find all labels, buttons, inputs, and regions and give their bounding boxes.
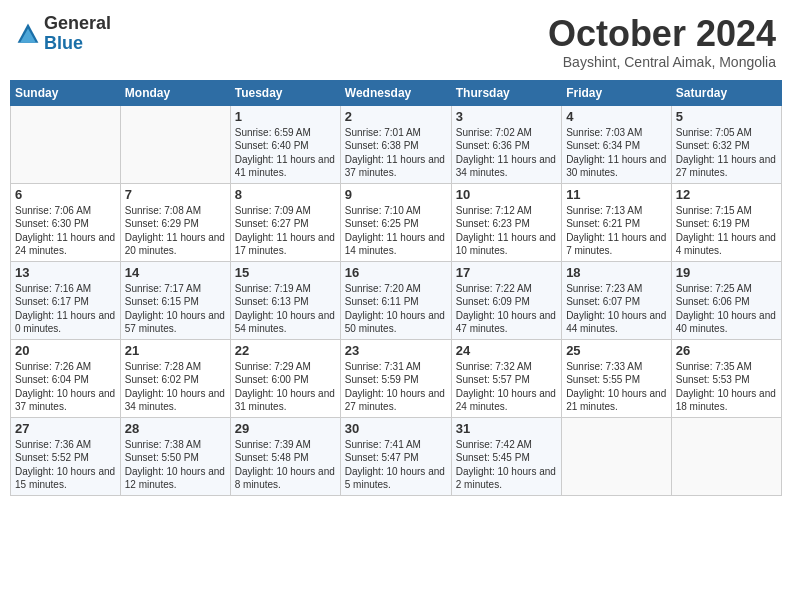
- calendar-cell: 20Sunrise: 7:26 AM Sunset: 6:04 PM Dayli…: [11, 339, 121, 417]
- day-number: 10: [456, 187, 557, 202]
- day-number: 30: [345, 421, 447, 436]
- calendar-cell: 25Sunrise: 7:33 AM Sunset: 5:55 PM Dayli…: [562, 339, 672, 417]
- calendar-cell: 6Sunrise: 7:06 AM Sunset: 6:30 PM Daylig…: [11, 183, 121, 261]
- day-number: 14: [125, 265, 226, 280]
- day-number: 4: [566, 109, 667, 124]
- calendar-cell: 12Sunrise: 7:15 AM Sunset: 6:19 PM Dayli…: [671, 183, 781, 261]
- day-info: Sunrise: 6:59 AM Sunset: 6:40 PM Dayligh…: [235, 126, 336, 180]
- weekday-header-sunday: Sunday: [11, 80, 121, 105]
- calendar-cell: 26Sunrise: 7:35 AM Sunset: 5:53 PM Dayli…: [671, 339, 781, 417]
- calendar-cell: 5Sunrise: 7:05 AM Sunset: 6:32 PM Daylig…: [671, 105, 781, 183]
- day-info: Sunrise: 7:06 AM Sunset: 6:30 PM Dayligh…: [15, 204, 116, 258]
- calendar-cell: [11, 105, 121, 183]
- day-number: 9: [345, 187, 447, 202]
- day-number: 7: [125, 187, 226, 202]
- day-number: 15: [235, 265, 336, 280]
- calendar-cell: 4Sunrise: 7:03 AM Sunset: 6:34 PM Daylig…: [562, 105, 672, 183]
- day-info: Sunrise: 7:32 AM Sunset: 5:57 PM Dayligh…: [456, 360, 557, 414]
- calendar-week-row: 20Sunrise: 7:26 AM Sunset: 6:04 PM Dayli…: [11, 339, 782, 417]
- logo-icon: [16, 22, 40, 46]
- day-number: 24: [456, 343, 557, 358]
- calendar-cell: [120, 105, 230, 183]
- calendar-cell: [562, 417, 672, 495]
- calendar-cell: 31Sunrise: 7:42 AM Sunset: 5:45 PM Dayli…: [451, 417, 561, 495]
- calendar-cell: 9Sunrise: 7:10 AM Sunset: 6:25 PM Daylig…: [340, 183, 451, 261]
- day-info: Sunrise: 7:17 AM Sunset: 6:15 PM Dayligh…: [125, 282, 226, 336]
- calendar-cell: 21Sunrise: 7:28 AM Sunset: 6:02 PM Dayli…: [120, 339, 230, 417]
- day-info: Sunrise: 7:09 AM Sunset: 6:27 PM Dayligh…: [235, 204, 336, 258]
- weekday-header-tuesday: Tuesday: [230, 80, 340, 105]
- day-info: Sunrise: 7:33 AM Sunset: 5:55 PM Dayligh…: [566, 360, 667, 414]
- calendar-cell: 3Sunrise: 7:02 AM Sunset: 6:36 PM Daylig…: [451, 105, 561, 183]
- calendar-cell: 24Sunrise: 7:32 AM Sunset: 5:57 PM Dayli…: [451, 339, 561, 417]
- calendar-cell: 15Sunrise: 7:19 AM Sunset: 6:13 PM Dayli…: [230, 261, 340, 339]
- day-info: Sunrise: 7:19 AM Sunset: 6:13 PM Dayligh…: [235, 282, 336, 336]
- day-info: Sunrise: 7:39 AM Sunset: 5:48 PM Dayligh…: [235, 438, 336, 492]
- day-info: Sunrise: 7:25 AM Sunset: 6:06 PM Dayligh…: [676, 282, 777, 336]
- weekday-header-row: SundayMondayTuesdayWednesdayThursdayFrid…: [11, 80, 782, 105]
- weekday-header-monday: Monday: [120, 80, 230, 105]
- location-subtitle: Bayshint, Central Aimak, Mongolia: [548, 54, 776, 70]
- calendar-cell: 28Sunrise: 7:38 AM Sunset: 5:50 PM Dayli…: [120, 417, 230, 495]
- day-number: 11: [566, 187, 667, 202]
- calendar-cell: 22Sunrise: 7:29 AM Sunset: 6:00 PM Dayli…: [230, 339, 340, 417]
- day-info: Sunrise: 7:12 AM Sunset: 6:23 PM Dayligh…: [456, 204, 557, 258]
- day-info: Sunrise: 7:05 AM Sunset: 6:32 PM Dayligh…: [676, 126, 777, 180]
- calendar-cell: 23Sunrise: 7:31 AM Sunset: 5:59 PM Dayli…: [340, 339, 451, 417]
- day-number: 23: [345, 343, 447, 358]
- calendar-week-row: 1Sunrise: 6:59 AM Sunset: 6:40 PM Daylig…: [11, 105, 782, 183]
- logo: General Blue: [16, 14, 111, 54]
- day-number: 8: [235, 187, 336, 202]
- calendar-cell: 11Sunrise: 7:13 AM Sunset: 6:21 PM Dayli…: [562, 183, 672, 261]
- day-info: Sunrise: 7:13 AM Sunset: 6:21 PM Dayligh…: [566, 204, 667, 258]
- title-section: October 2024 Bayshint, Central Aimak, Mo…: [548, 14, 776, 70]
- weekday-header-saturday: Saturday: [671, 80, 781, 105]
- day-number: 21: [125, 343, 226, 358]
- calendar-cell: 2Sunrise: 7:01 AM Sunset: 6:38 PM Daylig…: [340, 105, 451, 183]
- day-number: 19: [676, 265, 777, 280]
- day-number: 5: [676, 109, 777, 124]
- day-number: 20: [15, 343, 116, 358]
- calendar-table: SundayMondayTuesdayWednesdayThursdayFrid…: [10, 80, 782, 496]
- day-number: 1: [235, 109, 336, 124]
- calendar-cell: 17Sunrise: 7:22 AM Sunset: 6:09 PM Dayli…: [451, 261, 561, 339]
- day-number: 12: [676, 187, 777, 202]
- weekday-header-wednesday: Wednesday: [340, 80, 451, 105]
- day-info: Sunrise: 7:29 AM Sunset: 6:00 PM Dayligh…: [235, 360, 336, 414]
- day-number: 26: [676, 343, 777, 358]
- day-number: 2: [345, 109, 447, 124]
- day-number: 28: [125, 421, 226, 436]
- day-info: Sunrise: 7:20 AM Sunset: 6:11 PM Dayligh…: [345, 282, 447, 336]
- day-info: Sunrise: 7:16 AM Sunset: 6:17 PM Dayligh…: [15, 282, 116, 336]
- day-number: 31: [456, 421, 557, 436]
- day-info: Sunrise: 7:10 AM Sunset: 6:25 PM Dayligh…: [345, 204, 447, 258]
- logo-general-text: General: [44, 14, 111, 34]
- calendar-cell: 27Sunrise: 7:36 AM Sunset: 5:52 PM Dayli…: [11, 417, 121, 495]
- day-info: Sunrise: 7:26 AM Sunset: 6:04 PM Dayligh…: [15, 360, 116, 414]
- day-info: Sunrise: 7:36 AM Sunset: 5:52 PM Dayligh…: [15, 438, 116, 492]
- calendar-cell: 19Sunrise: 7:25 AM Sunset: 6:06 PM Dayli…: [671, 261, 781, 339]
- day-info: Sunrise: 7:22 AM Sunset: 6:09 PM Dayligh…: [456, 282, 557, 336]
- day-info: Sunrise: 7:35 AM Sunset: 5:53 PM Dayligh…: [676, 360, 777, 414]
- calendar-cell: 30Sunrise: 7:41 AM Sunset: 5:47 PM Dayli…: [340, 417, 451, 495]
- day-info: Sunrise: 7:01 AM Sunset: 6:38 PM Dayligh…: [345, 126, 447, 180]
- calendar-cell: 8Sunrise: 7:09 AM Sunset: 6:27 PM Daylig…: [230, 183, 340, 261]
- day-info: Sunrise: 7:23 AM Sunset: 6:07 PM Dayligh…: [566, 282, 667, 336]
- day-number: 17: [456, 265, 557, 280]
- day-info: Sunrise: 7:08 AM Sunset: 6:29 PM Dayligh…: [125, 204, 226, 258]
- weekday-header-thursday: Thursday: [451, 80, 561, 105]
- page-header: General Blue October 2024 Bayshint, Cent…: [10, 10, 782, 74]
- calendar-cell: 29Sunrise: 7:39 AM Sunset: 5:48 PM Dayli…: [230, 417, 340, 495]
- calendar-week-row: 6Sunrise: 7:06 AM Sunset: 6:30 PM Daylig…: [11, 183, 782, 261]
- calendar-cell: 14Sunrise: 7:17 AM Sunset: 6:15 PM Dayli…: [120, 261, 230, 339]
- calendar-cell: [671, 417, 781, 495]
- calendar-week-row: 27Sunrise: 7:36 AM Sunset: 5:52 PM Dayli…: [11, 417, 782, 495]
- calendar-week-row: 13Sunrise: 7:16 AM Sunset: 6:17 PM Dayli…: [11, 261, 782, 339]
- month-title: October 2024: [548, 14, 776, 54]
- day-info: Sunrise: 7:03 AM Sunset: 6:34 PM Dayligh…: [566, 126, 667, 180]
- day-info: Sunrise: 7:02 AM Sunset: 6:36 PM Dayligh…: [456, 126, 557, 180]
- calendar-cell: 13Sunrise: 7:16 AM Sunset: 6:17 PM Dayli…: [11, 261, 121, 339]
- day-number: 27: [15, 421, 116, 436]
- day-number: 22: [235, 343, 336, 358]
- calendar-cell: 7Sunrise: 7:08 AM Sunset: 6:29 PM Daylig…: [120, 183, 230, 261]
